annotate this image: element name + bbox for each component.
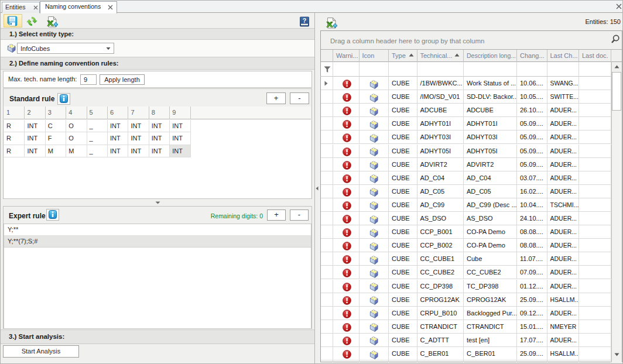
- svg-text:?: ?: [303, 17, 306, 24]
